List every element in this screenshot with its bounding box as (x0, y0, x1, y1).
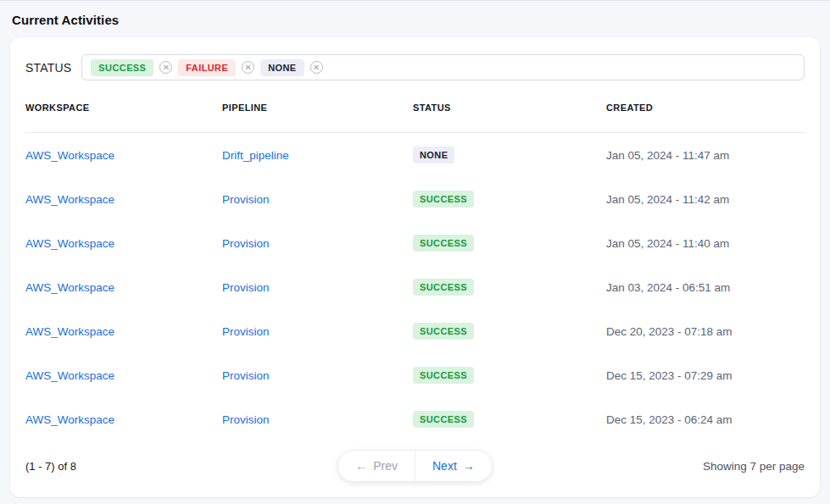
status-badge: SUCCESS (413, 235, 474, 252)
table-row: AWS_Workspace Provision SUCCESS Jan 05, … (25, 177, 805, 221)
workspace-link[interactable]: AWS_Workspace (25, 413, 114, 426)
created-timestamp: Dec 15, 2023 - 07:29 am (606, 369, 805, 382)
status-badge: SUCCESS (413, 367, 474, 384)
status-badge: SUCCESS (413, 411, 474, 428)
pagination-range: (1 - 7) of 8 (25, 460, 337, 473)
created-timestamp: Jan 03, 2024 - 06:51 am (606, 281, 805, 294)
workspace-link[interactable]: AWS_Workspace (25, 149, 114, 162)
remove-success-tag-icon[interactable]: ✕ (159, 61, 172, 74)
column-header-pipeline: PIPELINE (222, 102, 413, 113)
created-timestamp: Jan 05, 2024 - 11:40 am (606, 237, 805, 250)
next-label: Next (432, 459, 457, 473)
pager-control: ← Prev Next → (337, 450, 493, 482)
arrow-right-icon: → (463, 460, 475, 472)
pipeline-link[interactable]: Provision (222, 413, 270, 426)
pipeline-link[interactable]: Provision (222, 281, 270, 294)
status-badge: SUCCESS (413, 323, 474, 340)
pipeline-link[interactable]: Provision (222, 325, 270, 338)
remove-none-tag-icon[interactable]: ✕ (310, 61, 323, 74)
prev-label: Prev (373, 459, 398, 473)
status-filter-label: STATUS (25, 61, 71, 75)
filter-tag-failure: FAILURE (178, 59, 236, 76)
pipeline-link[interactable]: Provision (222, 369, 270, 382)
current-activities-card: STATUS SUCCESS ✕ FAILURE ✕ NONE ✕ WORKSP… (10, 37, 820, 497)
created-timestamp: Jan 05, 2024 - 11:47 am (606, 149, 805, 162)
workspace-link[interactable]: AWS_Workspace (25, 237, 114, 250)
filter-tag-success: SUCCESS (91, 59, 153, 76)
remove-failure-tag-icon[interactable]: ✕ (242, 61, 254, 74)
column-header-created: CREATED (606, 102, 805, 113)
workspace-link[interactable]: AWS_Workspace (25, 281, 114, 294)
status-badge: SUCCESS (413, 191, 474, 208)
pagination-footer: (1 - 7) of 8 ← Prev Next → Showing 7 per… (25, 450, 805, 482)
next-page-button[interactable]: Next → (415, 451, 492, 481)
status-filter-input[interactable]: SUCCESS ✕ FAILURE ✕ NONE ✕ (81, 54, 805, 80)
arrow-left-icon: ← (355, 460, 367, 472)
table-row: AWS_Workspace Provision SUCCESS Dec 15, … (25, 353, 805, 397)
column-header-workspace: WORKSPACE (25, 102, 222, 113)
table-row: AWS_Workspace Provision SUCCESS Dec 15, … (25, 397, 805, 441)
table-row: AWS_Workspace Provision SUCCESS Jan 05, … (25, 221, 805, 265)
status-badge: NONE (413, 147, 454, 163)
table-row: AWS_Workspace Provision SUCCESS Dec 20, … (25, 309, 805, 353)
workspace-link[interactable]: AWS_Workspace (25, 325, 114, 338)
table-row: AWS_Workspace Provision SUCCESS Jan 03, … (25, 265, 805, 309)
status-badge: SUCCESS (413, 279, 474, 296)
filter-tag-none: NONE (260, 59, 304, 76)
created-timestamp: Dec 20, 2023 - 07:18 am (606, 325, 805, 338)
workspace-link[interactable]: AWS_Workspace (25, 369, 114, 382)
pipeline-link[interactable]: Drift_pipeline (222, 149, 289, 162)
table-header: WORKSPACE PIPELINE STATUS CREATED (25, 82, 805, 133)
created-timestamp: Dec 15, 2023 - 06:24 am (606, 413, 805, 426)
prev-page-button[interactable]: ← Prev (338, 451, 415, 481)
page-title: Current Activities (0, 1, 830, 27)
table-row: AWS_Workspace Drift_pipeline NONE Jan 05… (25, 133, 805, 177)
per-page-indicator: Showing 7 per page (493, 460, 805, 473)
created-timestamp: Jan 05, 2024 - 11:42 am (606, 193, 805, 206)
workspace-link[interactable]: AWS_Workspace (25, 193, 114, 206)
pipeline-link[interactable]: Provision (222, 193, 270, 206)
pipeline-link[interactable]: Provision (222, 237, 270, 250)
column-header-status: STATUS (413, 102, 606, 113)
status-filter-row: STATUS SUCCESS ✕ FAILURE ✕ NONE ✕ (25, 37, 805, 80)
